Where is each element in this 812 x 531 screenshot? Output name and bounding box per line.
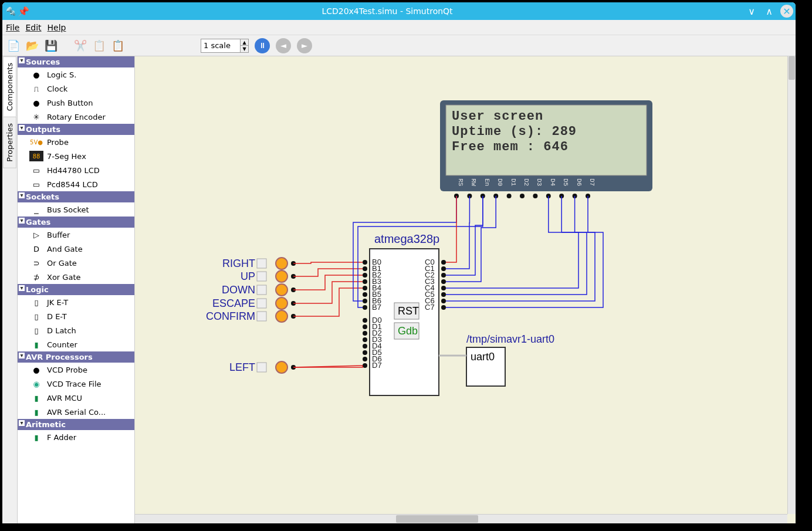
push-button-knob[interactable]	[276, 270, 287, 282]
push-button-icon: ●	[29, 97, 43, 108]
menu-edit[interactable]: Edit	[25, 23, 41, 32]
item-counter[interactable]: ▮Counter	[18, 337, 134, 351]
svg-point-36	[363, 292, 367, 297]
svg-point-30	[363, 273, 367, 278]
canvas-horizontal-scrollbar[interactable]	[135, 514, 787, 523]
item-jket[interactable]: ▯JK E-T	[18, 295, 134, 309]
item-dlatch[interactable]: ▯D Latch	[18, 323, 134, 337]
item-hd44780[interactable]: ▭Hd44780 LCD	[18, 163, 134, 177]
svg-text:D7: D7	[588, 178, 596, 186]
canvas[interactable]: User screen Uptime (s): 289 Free mem : 6…	[135, 56, 796, 523]
buffer-icon: ▷	[29, 229, 43, 240]
item-probe[interactable]: 5V●Probe	[18, 135, 134, 149]
svg-point-68	[441, 292, 446, 297]
push-button-knob[interactable]	[276, 284, 287, 296]
item-avrmcu[interactable]: ▮AVR MCU	[18, 391, 134, 405]
item-fadder[interactable]: ▮F Adder	[18, 430, 134, 444]
jket-icon: ▯	[29, 297, 43, 307]
svg-text:D6: D6	[576, 178, 583, 186]
svg-point-54	[363, 357, 367, 361]
menu-help[interactable]: Help	[48, 23, 66, 32]
scale-spinbox[interactable]: ▲▼	[201, 39, 249, 53]
xor-icon: ⊅	[29, 272, 43, 282]
item-det[interactable]: ▯D E-T	[18, 309, 134, 323]
item-and[interactable]: DAnd Gate	[18, 242, 134, 256]
dlatch-icon: ▯	[29, 325, 43, 336]
lcd-line2: Uptime (s): 289	[452, 124, 577, 139]
cat-sources[interactable]: Sources	[18, 56, 134, 67]
svg-point-13	[520, 194, 525, 198]
app-window: 🔩 📌 LCD20x4Test.simu - SimutronQt ∨ ∧ ✕ …	[2, 2, 796, 523]
content-area: Components Properties Sources ●Logic S. …	[2, 56, 796, 523]
cat-outputs[interactable]: Outputs	[18, 124, 134, 135]
item-or[interactable]: ⊃Or Gate	[18, 256, 134, 270]
push-button-knob[interactable]	[276, 361, 287, 373]
item-7seg[interactable]: 887-Seg Hex	[18, 149, 134, 163]
scale-input[interactable]	[201, 39, 240, 52]
push-button-knob[interactable]	[276, 258, 287, 269]
svg-point-44	[363, 324, 367, 329]
item-logic-s[interactable]: ●Logic S.	[18, 67, 134, 82]
item-push-button[interactable]: ●Push Button	[18, 96, 134, 110]
push-button[interactable]	[257, 259, 266, 268]
cut-button[interactable]: ✂️	[73, 38, 88, 53]
item-clock[interactable]: ⎍Clock	[18, 82, 134, 96]
item-avrserial[interactable]: ▮AVR Serial Co...	[18, 405, 134, 419]
svg-point-52	[363, 350, 367, 355]
push-button[interactable]	[257, 285, 266, 295]
hd44780-icon: ▭	[29, 165, 43, 175]
svg-point-70	[441, 299, 446, 303]
circuit-canvas[interactable]: User screen Uptime (s): 289 Free mem : 6…	[135, 56, 786, 523]
chip-rst-button[interactable]: RST	[398, 305, 419, 317]
maximize-button[interactable]: ∧	[763, 5, 776, 18]
pcd8544-icon: ▭	[29, 179, 43, 190]
scale-up-icon[interactable]: ▲	[241, 39, 248, 46]
push-button[interactable]	[257, 312, 266, 321]
push-button-knob[interactable]	[276, 297, 287, 309]
push-button[interactable]	[257, 299, 266, 308]
item-bus-socket[interactable]: ⎯Bus Socket	[18, 202, 134, 217]
step-back-button[interactable]: ◄	[276, 38, 291, 53]
button-label: UP	[241, 270, 255, 282]
new-file-button[interactable]: 📄	[6, 38, 21, 53]
minimize-button[interactable]: ∨	[745, 5, 758, 18]
tab-components[interactable]: Components	[3, 56, 16, 117]
cat-logic[interactable]: Logic	[18, 284, 134, 295]
vcdtrace-icon: ◉	[29, 378, 43, 389]
pause-button[interactable]: ⏸	[255, 38, 270, 53]
close-button[interactable]: ✕	[780, 5, 793, 18]
item-buffer[interactable]: ▷Buffer	[18, 228, 134, 242]
scale-down-icon[interactable]: ▼	[241, 46, 248, 52]
menu-file[interactable]: File	[6, 23, 19, 32]
chip-atmega[interactable]: atmega328p B0B1B2B3B4B5B6B7 D0D1D2D3D4D5…	[363, 232, 446, 395]
pin-icon[interactable]: 📌	[19, 6, 28, 16]
svg-point-50	[363, 344, 367, 349]
lcd-line3: Free mem : 646	[452, 140, 569, 154]
cat-gates[interactable]: Gates	[18, 217, 134, 228]
item-vcdprobe[interactable]: ●VCD Probe	[18, 363, 134, 377]
copy-button[interactable]: 📋	[92, 38, 107, 53]
lcd-module[interactable]: User screen Uptime (s): 289 Free mem : 6…	[440, 100, 652, 198]
step-fwd-button[interactable]: ►	[297, 38, 312, 53]
cat-sockets[interactable]: Sockets	[18, 191, 134, 202]
chip-gdb-button[interactable]: Gdb	[398, 325, 418, 337]
item-xor[interactable]: ⊅Xor Gate	[18, 270, 134, 284]
component-tree[interactable]: Sources ●Logic S. ⎍Clock ●Push Button ✳R…	[18, 56, 135, 523]
item-vcdtrace[interactable]: ◉VCD Trace File	[18, 377, 134, 391]
button-label: CONFIRM	[206, 310, 255, 322]
canvas-vertical-scrollbar[interactable]	[787, 56, 796, 514]
push-button[interactable]	[257, 363, 266, 372]
push-button[interactable]	[257, 272, 266, 281]
save-file-button[interactable]: 💾	[43, 38, 59, 53]
item-pcd8544[interactable]: ▭Pcd8544 LCD	[18, 177, 134, 191]
tab-properties[interactable]: Properties	[3, 117, 16, 168]
paste-button[interactable]: 📋	[110, 38, 126, 53]
uart-module[interactable]: /tmp/simavr1-uart0 uart0	[439, 333, 554, 386]
app-icon: 🔩	[5, 5, 16, 17]
open-file-button[interactable]: 📂	[25, 38, 40, 53]
push-button-knob[interactable]	[276, 310, 287, 322]
cat-avr[interactable]: AVR Processors	[18, 351, 134, 363]
cat-aritmetic[interactable]: Aritmetic	[18, 419, 134, 430]
item-rotary[interactable]: ✳Rotary Encoder	[18, 110, 134, 124]
avrserial-icon: ▮	[29, 407, 43, 417]
